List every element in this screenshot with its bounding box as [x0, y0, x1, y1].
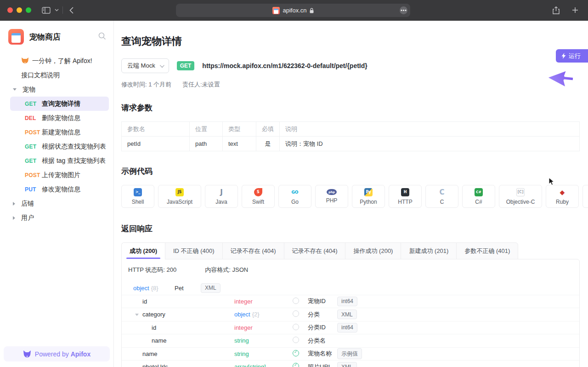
lang-card-go[interactable]: GOGo	[278, 185, 311, 208]
browser-chrome: apifox.cn	[0, 0, 588, 21]
lang-card-swift[interactable]: SSwift	[242, 185, 275, 208]
optional-circle-icon	[293, 337, 299, 343]
lang-card-php[interactable]: phpPHP	[315, 185, 348, 208]
col-header-description: 说明	[280, 122, 580, 137]
sidebar-toggle-icon[interactable]	[40, 4, 52, 17]
sidebar-group-user[interactable]: 用户	[5, 211, 109, 225]
csharp-icon: C#	[475, 188, 483, 196]
main-content: 查询宠物详情 云端 Mock GET https://mock.apifox.c…	[114, 21, 588, 367]
request-params-table: 参数名 位置 类型 必填 说明 petId path text 是 说明：宠物 …	[121, 121, 580, 151]
section-response: 返回响应	[121, 224, 580, 234]
go-icon: GO	[291, 188, 299, 196]
schema-row-category[interactable]: category object{2} 分类 XML	[122, 308, 579, 321]
apifox-fox-icon	[23, 350, 31, 358]
method-label: GET	[25, 158, 42, 164]
lang-card-javascript[interactable]: JSJavaScript	[158, 185, 201, 208]
chevron-right-icon	[13, 202, 15, 206]
site-favicon	[272, 7, 280, 14]
powered-by-text: Powered by	[35, 350, 69, 358]
method-label: POST	[25, 129, 42, 136]
xml-badge[interactable]: XML	[337, 310, 357, 319]
method-label: DEL	[25, 115, 42, 121]
lang-card-c[interactable]: CC	[425, 185, 458, 208]
xml-badge[interactable]: XML	[337, 362, 357, 367]
optional-circle-icon	[293, 298, 299, 304]
tab-created-201[interactable]: 新建成功 (201)	[401, 242, 456, 259]
schema-root-row[interactable]: object{8} Pet XML	[122, 281, 579, 295]
page-title: 查询宠物详情	[121, 34, 580, 48]
window-controls	[7, 7, 31, 13]
php-icon: php	[327, 189, 337, 195]
powered-by-apifox-link[interactable]: Powered by Apifox	[4, 346, 110, 361]
lang-card-ocaml[interactable]: MOCaml	[582, 185, 588, 208]
lang-card-objective-c[interactable]: [C]Objective-C	[499, 185, 542, 208]
sidebar-item-doc-notes[interactable]: 接口文档说明	[5, 68, 109, 82]
apifox-project-logo	[8, 29, 24, 45]
tab-op-success-200[interactable]: 操作成功 (200)	[345, 242, 401, 259]
sidebar-endpoint-get-pet-detail[interactable]: GET 查询宠物详情	[10, 97, 109, 111]
share-icon[interactable]	[549, 4, 562, 17]
col-header-location: 位置	[190, 122, 223, 137]
reader-options-icon[interactable]	[400, 6, 407, 14]
toolbar-divider	[62, 6, 63, 14]
content-format: 内容格式: JSON	[205, 266, 248, 274]
lang-card-http[interactable]: HHTTP	[389, 185, 422, 208]
sidebar-endpoint-update-pet[interactable]: PUT 修改宠物信息	[10, 182, 109, 196]
lang-card-ruby[interactable]: ◆Ruby	[546, 185, 579, 208]
tab-not-found-404-a[interactable]: 记录不存在 (404)	[222, 242, 284, 259]
sidebar: 宠物商店 一分钟，了解 Apifox! 接口文档说明 宠物	[0, 21, 114, 367]
tab-success-200[interactable]: 成功 (200)	[121, 242, 165, 259]
table-row: petId path text 是 说明：宠物 ID	[122, 137, 580, 151]
optional-circle-icon	[293, 324, 299, 330]
schema-title: Pet	[175, 285, 200, 292]
address-url: apifox.cn	[283, 7, 306, 14]
sidebar-endpoint-find-by-tag[interactable]: GET 根据 tag 查找宠物列表	[10, 154, 109, 168]
sidebar-endpoint-find-by-status[interactable]: GET 根据状态查找宠物列表	[10, 139, 109, 154]
sidebar-item-intro[interactable]: 一分钟，了解 Apifox!	[5, 54, 109, 68]
close-window-button[interactable]	[7, 7, 13, 13]
optional-circle-icon	[293, 310, 299, 317]
address-bar[interactable]: apifox.cn	[176, 4, 410, 17]
sidebar-endpoint-delete-pet[interactable]: DEL 删除宠物信息	[10, 111, 109, 125]
mock-env-select[interactable]: 云端 Mock	[121, 58, 169, 73]
tab-bad-param-401[interactable]: 参数不正确 (401)	[456, 242, 518, 259]
sidebar-endpoint-upload-image[interactable]: POST 上传宠物图片	[10, 168, 109, 182]
section-request-params: 请求参数	[121, 103, 580, 113]
xml-badge[interactable]: XML	[201, 283, 220, 293]
example-value-badge[interactable]: 示例值	[337, 348, 362, 359]
sidebar-dropdown-chevron-icon[interactable]	[52, 4, 61, 17]
method-label: GET	[25, 101, 42, 107]
http-status: HTTP 状态码: 200	[128, 266, 176, 274]
schema-row-id[interactable]: id integer 宠物ID int64	[122, 295, 579, 308]
run-button[interactable]: 运行	[556, 49, 588, 63]
tab-bad-id-400[interactable]: ID 不正确 (400)	[165, 242, 222, 259]
back-button-icon[interactable]	[65, 4, 78, 17]
required-check-icon	[293, 350, 299, 356]
int64-badge: int64	[337, 297, 357, 306]
new-tab-icon[interactable]	[569, 4, 582, 17]
lang-card-csharp[interactable]: C#C#	[462, 185, 495, 208]
minimize-window-button[interactable]	[17, 7, 22, 13]
schema-row-category-name[interactable]: name string 分类名	[122, 334, 579, 347]
lang-card-java[interactable]: JJava	[205, 185, 238, 208]
lang-card-python[interactable]: PyPython	[352, 185, 385, 208]
zoom-window-button[interactable]	[26, 7, 31, 13]
schema-row-name[interactable]: name string 宠物名称 示例值	[122, 347, 579, 361]
owner-label: 责任人:未设置	[182, 80, 220, 89]
schema-row-photourls[interactable]: photoUrls array[string] 照片URL XML	[122, 360, 579, 367]
project-name: 宠物商店	[29, 32, 98, 42]
c-icon: C	[438, 188, 446, 196]
lock-icon	[310, 8, 314, 13]
tab-not-found-404-b[interactable]: 记录不存在 (404)	[284, 242, 345, 259]
schema-row-category-id[interactable]: id integer 分类ID int64	[122, 321, 579, 334]
lang-card-shell[interactable]: >_Shell	[121, 185, 154, 208]
shell-icon: >_	[134, 188, 142, 196]
sidebar-group-pets[interactable]: 宠物	[5, 82, 109, 97]
sidebar-group-store[interactable]: 店铺	[5, 196, 109, 211]
search-icon[interactable]	[98, 32, 106, 42]
method-label: GET	[25, 143, 42, 150]
python-icon: Py	[364, 188, 373, 196]
sidebar-endpoint-create-pet[interactable]: POST 新建宠物信息	[10, 125, 109, 139]
col-header-type: 类型	[223, 122, 256, 137]
objective-c-icon: [C]	[516, 188, 525, 196]
